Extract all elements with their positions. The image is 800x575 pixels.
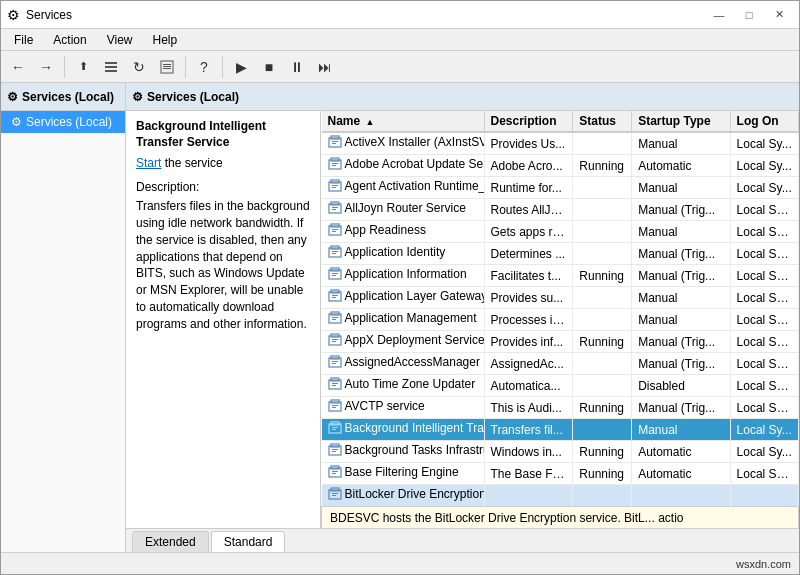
- export-button[interactable]: [154, 54, 180, 80]
- cell-service-name: Agent Activation Runtime_...: [322, 177, 485, 199]
- table-row[interactable]: Adobe Acrobat Update Serv...Adobe Acro..…: [322, 155, 799, 177]
- cell-service-name: AssignedAccessManager Se...: [322, 353, 485, 375]
- play-button[interactable]: ▶: [228, 54, 254, 80]
- title-bar-left: ⚙ Services: [7, 7, 72, 23]
- svg-rect-13: [332, 163, 338, 164]
- svg-rect-34: [332, 275, 336, 276]
- table-row[interactable]: Background Intelligent Tran...Transfers …: [322, 419, 799, 441]
- col-header-description[interactable]: Description: [484, 111, 573, 132]
- selected-service-name: Background Intelligent Transfer Service: [136, 119, 310, 150]
- cell-service-name: Auto Time Zone Updater: [322, 375, 485, 397]
- cell-log-on: Local Se...: [730, 199, 798, 221]
- cell-status: Running: [573, 265, 632, 287]
- svg-rect-6: [163, 68, 171, 69]
- content-gear-icon: ⚙: [132, 90, 143, 104]
- menu-bar: File Action View Help: [1, 29, 799, 51]
- menu-view[interactable]: View: [98, 30, 142, 50]
- cell-status: [573, 287, 632, 309]
- cell-startup-type: Manual: [632, 177, 730, 199]
- table-row[interactable]: Application InformationFacilitates t...R…: [322, 265, 799, 287]
- table-row[interactable]: Application ManagementProcesses in...Man…: [322, 309, 799, 331]
- col-header-name[interactable]: Name ▲: [322, 111, 485, 132]
- status-bar: wsxdn.com: [1, 552, 799, 574]
- menu-file[interactable]: File: [5, 30, 42, 50]
- cell-service-name: AppX Deployment Service (...: [322, 331, 485, 353]
- table-row[interactable]: Auto Time Zone UpdaterAutomatica...Disab…: [322, 375, 799, 397]
- title-bar: ⚙ Services — □ ✕: [1, 1, 799, 29]
- table-row[interactable]: ActiveX Installer (AxInstSV)Provides Us.…: [322, 132, 799, 155]
- nav-header-label: Services (Local): [22, 90, 114, 104]
- table-row[interactable]: Agent Activation Runtime_...Runtime for.…: [322, 177, 799, 199]
- tab-extended[interactable]: Extended: [132, 531, 209, 552]
- cell-log-on: Local Se...: [730, 397, 798, 419]
- show-hide-button[interactable]: [98, 54, 124, 80]
- table-row[interactable]: AssignedAccessManager Se...AssignedAc...…: [322, 353, 799, 375]
- cell-log-on: Local Sy...: [730, 441, 798, 463]
- cell-description: Facilitates t...: [484, 265, 573, 287]
- cell-service-name: ActiveX Installer (AxInstSV): [322, 132, 485, 155]
- table-row[interactable]: AppX Deployment Service (...Provides inf…: [322, 331, 799, 353]
- table-row[interactable]: AllJoyn Router ServiceRoutes AllJo...Man…: [322, 199, 799, 221]
- tooltip-text: BDESVC hosts the BitLocker Drive Encrypt…: [322, 507, 799, 529]
- table-row[interactable]: Background Tasks Infrastruc...Windows in…: [322, 441, 799, 463]
- cell-log-on: Local Se...: [730, 287, 798, 309]
- cell-description: Provides inf...: [484, 331, 573, 353]
- col-header-status[interactable]: Status: [573, 111, 632, 132]
- cell-status: Running: [573, 331, 632, 353]
- table-row[interactable]: BitLocker Drive Encryption ...: [322, 485, 799, 507]
- back-button[interactable]: ←: [5, 54, 31, 80]
- svg-rect-62: [332, 429, 336, 430]
- menu-help[interactable]: Help: [144, 30, 187, 50]
- start-service-text: the service: [161, 156, 222, 170]
- start-service-link[interactable]: Start: [136, 156, 161, 170]
- services-table-panel: Name ▲ Description Status: [321, 111, 799, 528]
- table-row[interactable]: Application IdentityDetermines ...Manual…: [322, 243, 799, 265]
- minimize-button[interactable]: —: [705, 5, 733, 25]
- cell-status: [573, 375, 632, 397]
- tab-bar: Extended Standard: [126, 528, 799, 552]
- cell-description: The Base Fil...: [484, 463, 573, 485]
- svg-rect-45: [332, 339, 338, 340]
- up-button[interactable]: ⬆: [70, 54, 96, 80]
- refresh-button[interactable]: ↻: [126, 54, 152, 80]
- content-header-label: Services (Local): [147, 90, 239, 104]
- cell-status: [573, 419, 632, 441]
- menu-action[interactable]: Action: [44, 30, 95, 50]
- cell-service-name: App Readiness: [322, 221, 485, 243]
- cell-description: [484, 485, 573, 507]
- tab-standard[interactable]: Standard: [211, 531, 286, 552]
- svg-rect-69: [332, 471, 338, 472]
- col-header-logon[interactable]: Log On: [730, 111, 798, 132]
- cell-log-on: Local Se...: [730, 309, 798, 331]
- svg-rect-2: [105, 70, 117, 72]
- nav-header: ⚙ Services (Local): [1, 83, 125, 111]
- cell-service-name: Background Tasks Infrastruc...: [322, 441, 485, 463]
- maximize-button[interactable]: □: [735, 5, 763, 25]
- cell-startup-type: Manual (Trig...: [632, 243, 730, 265]
- content-panel: ⚙ Services (Local) Background Intelligen…: [126, 83, 799, 552]
- cell-description: Transfers fil...: [484, 419, 573, 441]
- sidebar-item-services-local[interactable]: ⚙ Services (Local): [1, 111, 125, 133]
- cell-status: [573, 309, 632, 331]
- svg-rect-4: [163, 64, 171, 65]
- svg-rect-30: [332, 253, 336, 254]
- content-header: ⚙ Services (Local): [126, 83, 799, 111]
- cell-status: Running: [573, 463, 632, 485]
- table-row[interactable]: Application Layer Gateway ...Provides su…: [322, 287, 799, 309]
- stop-button[interactable]: ■: [256, 54, 282, 80]
- table-row[interactable]: AVCTP serviceThis is Audi...RunningManua…: [322, 397, 799, 419]
- close-button[interactable]: ✕: [765, 5, 793, 25]
- cell-log-on: Local Sy...: [730, 155, 798, 177]
- svg-rect-0: [105, 62, 117, 64]
- table-row[interactable]: Base Filtering EngineThe Base Fil...Runn…: [322, 463, 799, 485]
- help-button[interactable]: ?: [191, 54, 217, 80]
- cell-startup-type: Manual (Trig...: [632, 199, 730, 221]
- start-service-line: Start the service: [136, 156, 310, 170]
- col-header-startup[interactable]: Startup Type: [632, 111, 730, 132]
- resume-button[interactable]: ⏭: [312, 54, 338, 80]
- cell-startup-type: [632, 485, 730, 507]
- pause-button[interactable]: ⏸: [284, 54, 310, 80]
- table-row[interactable]: App ReadinessGets apps re...ManualLocal …: [322, 221, 799, 243]
- cell-description: Determines ...: [484, 243, 573, 265]
- forward-button[interactable]: →: [33, 54, 59, 80]
